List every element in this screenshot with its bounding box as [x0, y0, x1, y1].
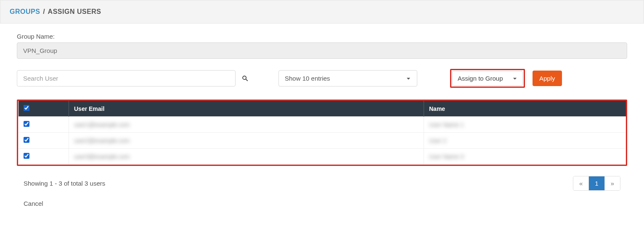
pager-page-1[interactable]: 1: [589, 176, 604, 190]
entries-select[interactable]: Show 10 entries: [278, 70, 417, 87]
assign-to-group-select[interactable]: Assign to Group: [452, 71, 523, 86]
breadcrumb-link-groups[interactable]: GROUPS: [10, 8, 40, 15]
select-all-checkbox[interactable]: [24, 105, 29, 111]
users-table: User Email Name user1@example.com User N…: [18, 101, 626, 165]
assign-to-group-highlight: Assign to Group: [450, 69, 525, 88]
pagination: « 1 »: [573, 176, 620, 191]
column-header-email[interactable]: User Email: [69, 101, 424, 117]
table-row: user3@example.com User Name 3: [19, 149, 626, 165]
select-all-header: [19, 101, 69, 117]
cell-name: User Name 1: [429, 121, 464, 128]
pager-prev[interactable]: «: [573, 176, 589, 190]
cell-email: user3@example.com: [74, 153, 130, 160]
search-icon[interactable]: [241, 75, 249, 82]
page-header: GROUPS / ASSIGN USERS: [0, 0, 644, 24]
showing-text: Showing 1 - 3 of total 3 users: [24, 180, 105, 187]
cell-email: user1@example.com: [74, 121, 130, 128]
breadcrumb-current: ASSIGN USERS: [48, 8, 101, 15]
users-table-highlight: User Email Name user1@example.com User N…: [17, 100, 627, 166]
breadcrumb-separator: /: [43, 8, 45, 15]
cell-name: User 2: [429, 137, 446, 144]
cell-email: user2@example.com: [74, 137, 130, 144]
row-checkbox[interactable]: [24, 153, 29, 159]
pager-next[interactable]: »: [605, 176, 620, 190]
search-input[interactable]: [17, 70, 236, 87]
cancel-link[interactable]: Cancel: [17, 200, 43, 207]
group-name-field: [17, 42, 627, 59]
breadcrumb: GROUPS / ASSIGN USERS: [10, 8, 634, 16]
row-checkbox[interactable]: [24, 121, 29, 127]
table-row: user1@example.com User Name 1: [19, 117, 626, 133]
cell-name: User Name 3: [429, 153, 464, 160]
column-header-name[interactable]: Name: [424, 101, 626, 117]
table-row: user2@example.com User 2: [19, 133, 626, 149]
apply-button[interactable]: Apply: [533, 71, 562, 86]
group-name-label: Group Name:: [17, 33, 627, 40]
row-checkbox[interactable]: [24, 137, 29, 143]
